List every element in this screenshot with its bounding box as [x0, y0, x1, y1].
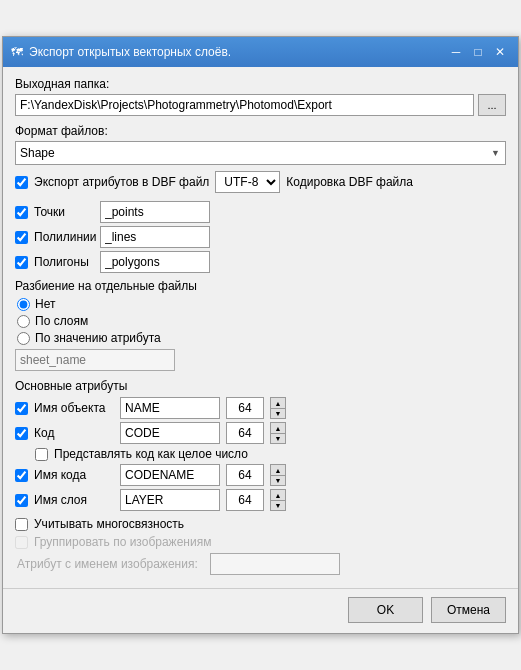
- title-bar: 🗺 Экспорт открытых векторных слоёв. ─ □ …: [3, 37, 518, 67]
- object-name-row: Имя объекта ▲ ▼: [15, 397, 506, 419]
- browse-button[interactable]: ...: [478, 94, 506, 116]
- object-name-spin-down[interactable]: ▼: [270, 408, 286, 419]
- split-none-row: Нет: [17, 297, 506, 311]
- polygons-row: Полигоны: [15, 251, 506, 273]
- consider-multi-row: Учитывать многосвязность: [15, 517, 506, 531]
- cancel-button[interactable]: Отмена: [431, 597, 506, 623]
- attributes-section: Имя объекта ▲ ▼ Код ▲ ▼: [15, 397, 506, 511]
- layer-name-spin-down[interactable]: ▼: [270, 500, 286, 511]
- encoding-select[interactable]: UTF-8: [215, 171, 280, 193]
- title-bar-left: 🗺 Экспорт открытых векторных слоёв.: [11, 45, 231, 59]
- code-name-row: Имя кода ▲ ▼: [15, 464, 506, 486]
- split-by-layer-row: По слоям: [17, 314, 506, 328]
- code-spin-down[interactable]: ▼: [270, 433, 286, 444]
- main-window: 🗺 Экспорт открытых векторных слоёв. ─ □ …: [2, 36, 519, 634]
- code-attr-input[interactable]: [120, 422, 220, 444]
- layer-rows: Точки Полилинии Полигоны: [15, 201, 506, 273]
- code-checkbox[interactable]: [15, 427, 28, 440]
- group-by-images-checkbox[interactable]: [15, 536, 28, 549]
- consider-multi-label: Учитывать многосвязность: [34, 517, 184, 531]
- object-name-size-input[interactable]: [226, 397, 264, 419]
- layer-name-spin-up[interactable]: ▲: [270, 489, 286, 500]
- object-name-spinner: ▲ ▼: [270, 397, 286, 419]
- polylines-input[interactable]: [100, 226, 210, 248]
- title-buttons: ─ □ ✕: [446, 43, 510, 61]
- ok-button[interactable]: OK: [348, 597, 423, 623]
- code-name-checkbox[interactable]: [15, 469, 28, 482]
- split-by-layer-radio[interactable]: [17, 315, 30, 328]
- object-name-label: Имя объекта: [34, 401, 114, 415]
- window-title: Экспорт открытых векторных слоёв.: [29, 45, 231, 59]
- basic-attrs-label: Основные атрибуты: [15, 379, 506, 393]
- minimize-button[interactable]: ─: [446, 43, 466, 61]
- split-by-attr-row: По значению атрибута: [17, 331, 506, 345]
- polylines-checkbox[interactable]: [15, 231, 28, 244]
- layer-name-spinner: ▲ ▼: [270, 489, 286, 511]
- object-name-checkbox[interactable]: [15, 402, 28, 415]
- split-none-label: Нет: [35, 297, 55, 311]
- file-format-label: Формат файлов:: [15, 124, 506, 138]
- represent-as-int-row: Представлять код как целое число: [35, 447, 506, 461]
- points-input[interactable]: [100, 201, 210, 223]
- group-by-images-row: Группировать по изображениям: [15, 535, 506, 549]
- file-format-select[interactable]: Shape: [15, 141, 506, 165]
- code-label: Код: [34, 426, 114, 440]
- export-attrs-checkbox[interactable]: [15, 176, 28, 189]
- export-attrs-label: Экспорт атрибутов в DBF файл: [34, 175, 209, 189]
- dialog-content: Выходная папка: ... Формат файлов: Shape…: [3, 67, 518, 588]
- polylines-label: Полилинии: [34, 230, 94, 244]
- polygons-checkbox[interactable]: [15, 256, 28, 269]
- dialog-footer: OK Отмена: [3, 588, 518, 633]
- split-none-radio[interactable]: [17, 298, 30, 311]
- split-by-attr-label: По значению атрибута: [35, 331, 161, 345]
- image-attr-input: [210, 553, 340, 575]
- code-name-size-input[interactable]: [226, 464, 264, 486]
- split-by-attr-radio[interactable]: [17, 332, 30, 345]
- object-name-spin-up[interactable]: ▲: [270, 397, 286, 408]
- code-row: Код ▲ ▼: [15, 422, 506, 444]
- points-row: Точки: [15, 201, 506, 223]
- image-attr-row: Атрибут с именем изображения:: [17, 553, 506, 575]
- layer-name-row: Имя слоя ▲ ▼: [15, 489, 506, 511]
- object-name-attr-input[interactable]: [120, 397, 220, 419]
- window-icon: 🗺: [11, 45, 23, 59]
- layer-name-label: Имя слоя: [34, 493, 114, 507]
- consider-multi-checkbox[interactable]: [15, 518, 28, 531]
- output-path-input[interactable]: [15, 94, 474, 116]
- code-size-input[interactable]: [226, 422, 264, 444]
- code-spin-up[interactable]: ▲: [270, 422, 286, 433]
- split-section-label: Разбиение на отдельные файлы: [15, 279, 506, 293]
- export-attrs-row: Экспорт атрибутов в DBF файл UTF-8 Кодир…: [15, 171, 506, 193]
- layer-name-attr-input[interactable]: [120, 489, 220, 511]
- polygons-label: Полигоны: [34, 255, 94, 269]
- image-attr-label: Атрибут с именем изображения:: [17, 557, 198, 571]
- group-by-images-label: Группировать по изображениям: [34, 535, 211, 549]
- layer-name-checkbox[interactable]: [15, 494, 28, 507]
- represent-as-int-label: Представлять код как целое число: [54, 447, 248, 461]
- polygons-input[interactable]: [100, 251, 210, 273]
- output-folder-label: Выходная папка:: [15, 77, 506, 91]
- code-name-attr-input[interactable]: [120, 464, 220, 486]
- code-name-spin-up[interactable]: ▲: [270, 464, 286, 475]
- file-format-row: Shape: [15, 141, 506, 165]
- points-label: Точки: [34, 205, 94, 219]
- encoding-description-label: Кодировка DBF файла: [286, 175, 413, 189]
- polylines-row: Полилинии: [15, 226, 506, 248]
- sheet-name-input: [15, 349, 175, 371]
- close-button[interactable]: ✕: [490, 43, 510, 61]
- split-by-layer-label: По слоям: [35, 314, 88, 328]
- output-folder-row: ...: [15, 94, 506, 116]
- code-name-spin-down[interactable]: ▼: [270, 475, 286, 486]
- represent-as-int-checkbox[interactable]: [35, 448, 48, 461]
- code-name-label: Имя кода: [34, 468, 114, 482]
- points-checkbox[interactable]: [15, 206, 28, 219]
- maximize-button[interactable]: □: [468, 43, 488, 61]
- code-name-spinner: ▲ ▼: [270, 464, 286, 486]
- split-radio-group: Нет По слоям По значению атрибута: [17, 297, 506, 345]
- layer-name-size-input[interactable]: [226, 489, 264, 511]
- code-spinner: ▲ ▼: [270, 422, 286, 444]
